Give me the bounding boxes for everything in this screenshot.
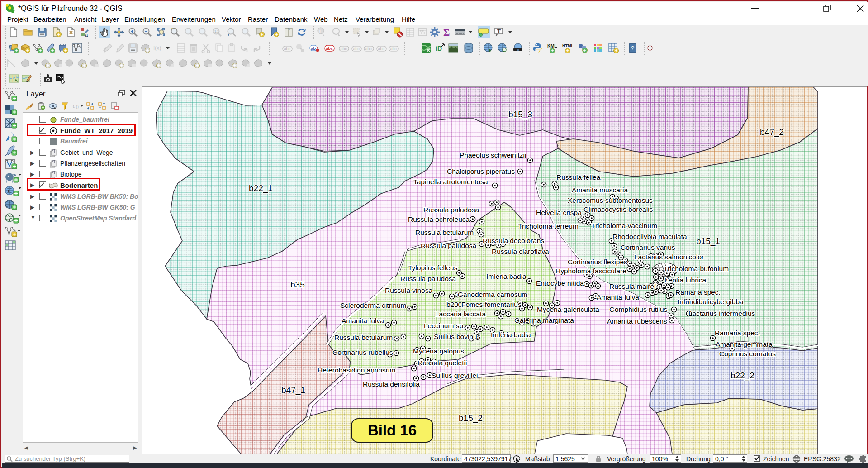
svg-text:Scleroderma citrinum: Scleroderma citrinum: [340, 301, 406, 309]
svg-text:b200: b200: [446, 301, 462, 308]
svg-text:b22_1: b22_1: [249, 183, 273, 193]
svg-text:abc: abc: [378, 47, 385, 51]
svg-text:Russula mairei: Russula mairei: [609, 282, 656, 290]
svg-text:Ganoderma carnosum: Ganoderma carnosum: [458, 291, 527, 298]
svg-text:b22_2: b22_2: [730, 371, 754, 381]
svg-text:Russula vinosa: Russula vinosa: [385, 287, 432, 294]
svg-text:Russula queletii: Russula queletii: [417, 359, 467, 367]
svg-text:1:1: 1:1: [214, 30, 219, 33]
svg-text:Laccaria laccata: Laccaria laccata: [435, 310, 486, 318]
svg-text:Chalciporus piperatus: Chalciporus piperatus: [447, 167, 515, 175]
svg-text:iD: iD: [436, 45, 442, 52]
svg-text:Tricholoma bufonium: Tricholoma bufonium: [664, 265, 729, 272]
svg-text:Amanita rubescens: Amanita rubescens: [607, 317, 667, 325]
svg-text:KML: KML: [547, 43, 557, 48]
svg-text:(): (): [76, 105, 79, 109]
svg-text:Gomphidius rutilus: Gomphidius rutilus: [609, 306, 668, 313]
svg-text:Infundibulicybe gibba: Infundibulicybe gibba: [678, 298, 744, 306]
svg-text:Helvella crispa: Helvella crispa: [536, 209, 582, 216]
svg-text:ab: ab: [311, 46, 316, 51]
svg-text:ε: ε: [73, 103, 75, 109]
svg-text:Cortinarius rubellus: Cortinarius rubellus: [332, 349, 393, 356]
svg-text:b15_3: b15_3: [508, 110, 532, 119]
svg-text:Ramaria spec.: Ramaria spec.: [715, 329, 760, 337]
svg-text:Russula paludosa: Russula paludosa: [423, 206, 479, 214]
svg-text:Tapinella atrotomentosa: Tapinella atrotomentosa: [413, 178, 488, 186]
svg-text:Phaeolus schweinitzii: Phaeolus schweinitzii: [460, 151, 526, 159]
svg-text:abc: abc: [390, 47, 397, 51]
svg-text:Climacocystis borealis: Climacocystis borealis: [583, 205, 653, 213]
svg-text:HTML: HTML: [562, 43, 573, 48]
svg-text:Russula claroflava: Russula claroflava: [492, 248, 549, 255]
svg-text:Russula ochroleuca: Russula ochroleuca: [408, 215, 470, 223]
svg-text:Amanita muscaria: Amanita muscaria: [572, 186, 628, 194]
svg-text:b35: b35: [290, 280, 305, 289]
svg-text:Leccinum sp.: Leccinum sp.: [424, 322, 465, 330]
svg-text:?: ?: [631, 45, 634, 52]
svg-text:Russula decolorans: Russula decolorans: [483, 237, 544, 244]
svg-text:f(x): f(x): [153, 45, 161, 51]
svg-text:Galerina marginata: Galerina marginata: [514, 316, 574, 324]
svg-text:abc: abc: [284, 47, 291, 51]
svg-text:Suillus bovinus: Suillus bovinus: [434, 333, 481, 340]
svg-text:Rhodocollybia maculata: Rhodocollybia maculata: [612, 233, 687, 240]
svg-text:Tricholoma terreum: Tricholoma terreum: [518, 222, 579, 230]
svg-text:Fomes fomentarius: Fomes fomentarius: [461, 301, 522, 308]
svg-text:Xerocomus subtomentosus: Xerocomus subtomentosus: [568, 196, 653, 204]
svg-text:Amanita fulva: Amanita fulva: [597, 293, 639, 301]
svg-text:Suillus grevillei: Suillus grevillei: [432, 372, 478, 379]
svg-text:Cortinarius varius: Cortinarius varius: [621, 244, 675, 251]
svg-text:abc: abc: [341, 47, 347, 51]
svg-text:Amanita gemmata: Amanita gemmata: [716, 340, 773, 348]
svg-text:Σ: Σ: [443, 27, 450, 38]
svg-text:abc: abc: [353, 47, 360, 51]
svg-text:Russula fellea: Russula fellea: [556, 173, 601, 181]
svg-text:T: T: [7, 189, 10, 193]
svg-text:Imleria badia: Imleria badia: [486, 272, 526, 280]
svg-text:b47_2: b47_2: [760, 127, 784, 137]
svg-text:Mycena galericulata: Mycena galericulata: [537, 306, 599, 313]
svg-text:b47_1: b47_1: [281, 385, 305, 395]
svg-text:Russula betularum: Russula betularum: [415, 229, 474, 236]
svg-text:b15_2: b15_2: [459, 413, 483, 423]
svg-text:Bild 16: Bild 16: [368, 422, 417, 439]
svg-text:Russula densifolia: Russula densifolia: [363, 380, 420, 388]
svg-text:i: i: [319, 29, 321, 33]
svg-text:abc: abc: [365, 47, 372, 51]
svg-text:Russula paludosa: Russula paludosa: [400, 275, 456, 282]
svg-text:a: a: [85, 32, 88, 38]
svg-text:abc: abc: [326, 46, 333, 51]
svg-text:Tylopilus felleus: Tylopilus felleus: [408, 264, 458, 272]
svg-text:b15_1: b15_1: [696, 236, 720, 246]
svg-text:T: T: [497, 28, 501, 34]
svg-text:Mycena galopus: Mycena galopus: [413, 347, 464, 355]
svg-text:Ramaria spec.: Ramaria spec.: [675, 288, 721, 296]
svg-text:Amanita fulva: Amanita fulva: [342, 317, 384, 325]
svg-text:Cortinarius flexipes: Cortinarius flexipes: [568, 258, 627, 266]
svg-text:Lactarius intermedius: Lactarius intermedius: [688, 310, 755, 317]
svg-text:Russula paludosa: Russula paludosa: [421, 242, 477, 249]
svg-text:Hypholoma fasciculare: Hypholoma fasciculare: [555, 267, 626, 275]
svg-text:Entocybe nitida: Entocybe nitida: [536, 279, 584, 287]
svg-text:Heterobasidion annosum: Heterobasidion annosum: [318, 366, 395, 374]
svg-text:Russula betularum: Russula betularum: [334, 334, 393, 341]
svg-text:Lactarius salmonicolor: Lactarius salmonicolor: [634, 253, 704, 261]
svg-text:Tricholoma vaccinum: Tricholoma vaccinum: [591, 222, 657, 229]
svg-text:Imleria badia: Imleria badia: [491, 331, 531, 339]
svg-text:Leotia lubrica: Leotia lubrica: [664, 276, 707, 284]
svg-text:Coprinus comatus: Coprinus comatus: [719, 350, 776, 358]
